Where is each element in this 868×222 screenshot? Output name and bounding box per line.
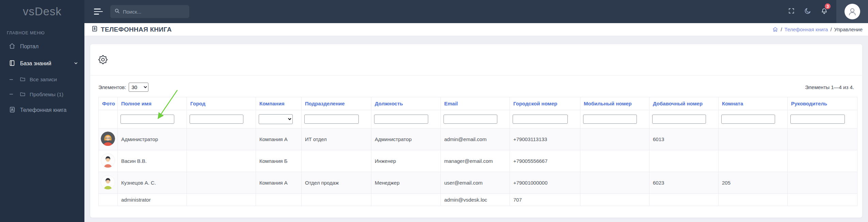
table-cell xyxy=(649,194,719,206)
table-cell: Менеджер xyxy=(371,172,441,194)
table-row[interactable]: administratoradmin@vsdesk.loc707 xyxy=(99,194,857,206)
filter-cell xyxy=(580,110,649,129)
column-header-12[interactable]: Руководитель xyxy=(788,97,857,110)
table-cell: Кузнецов А. С. xyxy=(118,172,187,194)
column-header-3[interactable]: Город xyxy=(187,97,256,110)
avatar-male-green xyxy=(99,172,118,194)
column-header-11[interactable]: Комната xyxy=(719,97,788,110)
sidebar-item-phonebook[interactable]: Телефонная книга xyxy=(0,102,84,119)
user-menu[interactable] xyxy=(836,0,868,23)
table-cell: +79001000000 xyxy=(510,172,580,194)
filter-cell xyxy=(99,110,118,129)
filter-cell xyxy=(187,110,256,129)
avatar-female-red xyxy=(99,129,118,150)
table-cell: +79005556667 xyxy=(510,150,580,172)
sidebar-item-label: Телефонная книга xyxy=(20,107,66,113)
folder-icon xyxy=(20,76,26,83)
filter-input-6[interactable] xyxy=(374,115,428,124)
sidebar-toggle-button[interactable] xyxy=(94,7,103,16)
notifications-button[interactable]: 3 xyxy=(816,0,832,23)
column-header-8[interactable]: Городской номер xyxy=(510,97,580,110)
table-cell: Компания А xyxy=(256,129,302,150)
breadcrumb-separator: / xyxy=(830,27,832,32)
filter-input-8[interactable] xyxy=(513,115,568,124)
column-header-10[interactable]: Добавочный номер xyxy=(649,97,719,110)
app-window: vsDesk ГЛАВНОЕ МЕНЮ Портал База знаний В… xyxy=(0,0,868,222)
column-header-7[interactable]: Email xyxy=(441,97,510,110)
main-area: 3 ТЕЛЕФОННАЯ КНИГА / xyxy=(84,0,868,222)
folder-icon xyxy=(20,91,26,98)
table-cell xyxy=(580,172,649,194)
book-icon xyxy=(9,60,15,67)
filter-cell xyxy=(719,110,788,129)
address-book-icon xyxy=(9,106,15,114)
column-header-6[interactable]: Должность xyxy=(371,97,441,110)
app-logo: vsDesk xyxy=(0,0,84,23)
table-cell: user@email.com xyxy=(441,172,510,194)
sidebar-item-all-records[interactable]: Все записи xyxy=(0,72,84,87)
filter-cell xyxy=(118,110,187,129)
table-cell xyxy=(256,194,302,206)
column-header-1[interactable]: Фото xyxy=(99,97,118,110)
filter-input-10[interactable] xyxy=(652,115,706,124)
table-wrap: ФотоПолное имяГородКомпанияПодразделение… xyxy=(90,97,862,206)
filter-input-12[interactable] xyxy=(790,115,845,124)
table-cell xyxy=(371,194,441,206)
fullscreen-button[interactable] xyxy=(783,0,800,23)
table-cell: admin@email.com xyxy=(441,129,510,150)
dark-mode-button[interactable] xyxy=(800,0,816,23)
filter-input-5[interactable] xyxy=(304,115,359,124)
content-area: Элементов: 30 Элементы 1—4 из 4. ФотоПол… xyxy=(84,36,868,222)
filter-input-2[interactable] xyxy=(120,115,174,124)
filter-input-3[interactable] xyxy=(190,115,243,124)
per-page-label: Элементов: xyxy=(98,84,126,90)
filter-cell xyxy=(510,110,580,129)
filter-input-7[interactable] xyxy=(444,115,497,124)
search-input[interactable] xyxy=(123,9,185,15)
topbar-actions: 3 xyxy=(783,0,868,23)
column-header-9[interactable]: Мобильный номер xyxy=(580,97,649,110)
breadcrumb-link-phonebook[interactable]: Телефонная книга xyxy=(785,27,828,32)
breadcrumb-home-icon[interactable] xyxy=(772,27,778,32)
settings-gear-button[interactable] xyxy=(98,55,108,64)
per-page-select[interactable]: 30 xyxy=(129,83,148,92)
chevron-down-icon xyxy=(74,61,78,67)
breadcrumb-separator: / xyxy=(781,27,782,32)
table-cell xyxy=(187,172,256,194)
notification-badge: 3 xyxy=(824,3,831,10)
table-cell xyxy=(788,150,857,172)
table-row[interactable]: Кузнецов А. С.Компания АОтдел продажМене… xyxy=(99,172,857,194)
filter-cell xyxy=(649,110,719,129)
titlebar: ТЕЛЕФОННАЯ КНИГА / Телефонная книга / Уп… xyxy=(84,23,868,36)
table-cell: admin@vsdesk.loc xyxy=(441,194,510,206)
table-cell xyxy=(302,194,371,206)
filter-cell xyxy=(441,110,510,129)
sidebar: vsDesk ГЛАВНОЕ МЕНЮ Портал База знаний В… xyxy=(0,0,84,222)
page-title-text: ТЕЛЕФОННАЯ КНИГА xyxy=(101,26,172,33)
column-header-4[interactable]: Компания xyxy=(256,97,302,110)
table-cell xyxy=(719,194,788,206)
sidebar-item-knowledge-base[interactable]: База знаний xyxy=(0,55,84,72)
sidebar-item-portal[interactable]: Портал xyxy=(0,38,84,55)
table-cell xyxy=(580,150,649,172)
table-cell: Администратор xyxy=(118,129,187,150)
breadcrumb: / Телефонная книга / Управление xyxy=(772,27,863,32)
sidebar-item-problems[interactable]: Проблемы (1) xyxy=(0,87,84,102)
moon-icon xyxy=(804,7,811,16)
card-header xyxy=(90,44,862,75)
table-row[interactable]: АдминистраторКомпания АИТ отделАдминистр… xyxy=(99,129,857,150)
sidebar-item-label: Проблемы (1) xyxy=(30,92,63,97)
search-icon xyxy=(114,8,120,15)
sidebar-item-label: База знаний xyxy=(20,61,51,66)
table-cell: Компания Б xyxy=(256,150,302,172)
filter-company-select[interactable] xyxy=(259,114,293,124)
table-cell xyxy=(719,150,788,172)
column-header-2[interactable]: Полное имя xyxy=(118,97,187,110)
filter-input-11[interactable] xyxy=(721,115,775,124)
column-header-5[interactable]: Подразделение xyxy=(302,97,371,110)
table-cell xyxy=(788,194,857,206)
table-cell: administrator xyxy=(118,194,187,206)
filter-input-9[interactable] xyxy=(583,115,637,124)
table-row[interactable]: Васин В.В.Компания БИнженерmanager@email… xyxy=(99,150,857,172)
table-cell: 707 xyxy=(510,194,580,206)
